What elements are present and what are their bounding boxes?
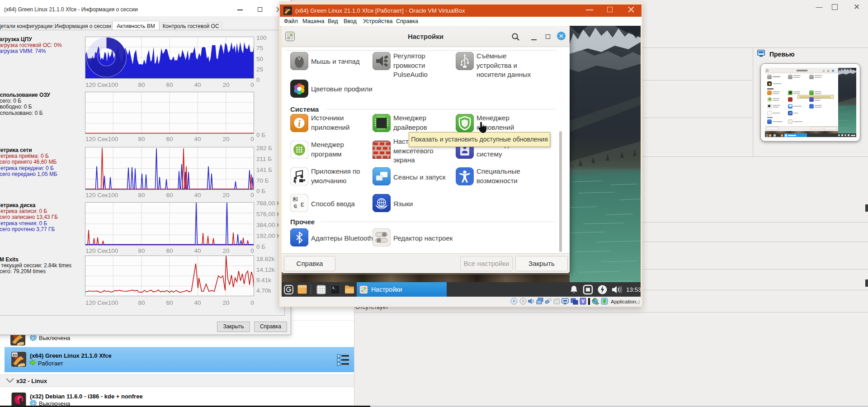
svg-text:64: 64 xyxy=(13,353,17,357)
svg-text:$_: $_ xyxy=(332,286,336,290)
svg-text:V: V xyxy=(581,299,585,304)
svg-text:和: 和 xyxy=(292,196,298,203)
svg-text:i: i xyxy=(298,118,301,128)
svg-text:ฆ̃: ฆ̃ xyxy=(293,204,297,209)
svg-text:Ɛ: Ɛ xyxy=(301,201,304,208)
